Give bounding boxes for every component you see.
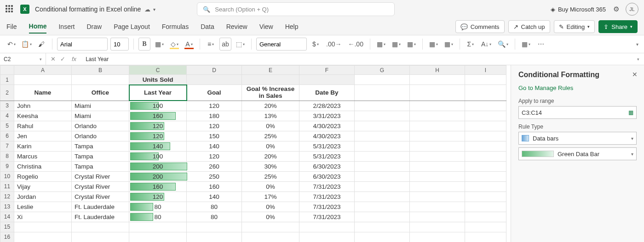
menu-tab-help[interactable]: Help (285, 20, 299, 33)
buy-m365-button[interactable]: ◈ Buy Microsoft 365 (551, 6, 606, 13)
manage-rules-link[interactable]: Go to Manage Rules (518, 84, 637, 91)
borders-button[interactable]: ▦▾ (153, 38, 166, 51)
menu-tab-data[interactable]: Data (201, 20, 214, 33)
addins-button[interactable]: ▦▾ (520, 38, 532, 51)
name-box[interactable]: C2▾ (0, 53, 46, 65)
col-header-G[interactable]: G (355, 66, 410, 75)
saved-cloud-icon: ☁ (144, 6, 150, 13)
rule-type-select[interactable]: Data bars ▾ (518, 132, 637, 145)
share-button[interactable]: ⇪Share▾ (598, 20, 638, 33)
menu-tab-file[interactable]: File (6, 20, 17, 33)
menu-tab-insert[interactable]: Insert (58, 20, 75, 33)
table-row[interactable]: 12JordanCrystal River12014017%7/31/2023 (0, 191, 506, 202)
table-row[interactable]: 13LeslieFt. Lauderdale80800%7/31/2023 (0, 202, 506, 212)
table-row[interactable]: 10RogelioCrystal River20025025%6/30/2023 (0, 171, 506, 181)
menu-tab-formulas[interactable]: Formulas (162, 20, 189, 33)
col-header-E[interactable]: E (242, 66, 299, 75)
apply-range-label: Apply to range (518, 98, 637, 104)
row-header[interactable]: 1 (0, 75, 14, 85)
menu-tab-draw[interactable]: Draw (86, 20, 102, 33)
pane-title: Conditional Formatting (518, 71, 637, 79)
excel-logo-icon: X (20, 5, 29, 14)
accept-formula-icon[interactable]: ✓ (60, 56, 65, 62)
databar-icon (522, 135, 529, 141)
col-header-H[interactable]: H (410, 66, 465, 75)
active-cell[interactable]: Last Year (129, 85, 187, 101)
number-format-select[interactable] (256, 38, 307, 51)
table-row[interactable]: 9ChristinaTampa20026030%6/30/2023 (0, 161, 506, 171)
document-title[interactable]: Conditional formatting in Excel online (35, 6, 141, 13)
col-header-I[interactable]: I (465, 66, 506, 75)
table-row[interactable]: 6JenOrlando12015025%4/30/2023 (0, 131, 506, 141)
font-color-button[interactable]: A▾ (183, 38, 195, 51)
currency-button[interactable]: $▾ (310, 38, 322, 51)
search-placeholder: Search (Option + Q) (215, 6, 269, 13)
table-style-button[interactable]: ▦▾ (390, 38, 402, 51)
user-avatar[interactable]: JL (626, 3, 638, 16)
table-row[interactable]: 11VijayCrystal River1601600%7/31/2023 (0, 181, 506, 191)
table-row[interactable]: 8MarcusTampa10012020%5/31/2023 (0, 151, 506, 161)
menu-tab-page-layout[interactable]: Page Layout (114, 20, 150, 33)
cell-style-button[interactable]: ▦▾ (405, 38, 418, 51)
app-launcher-icon[interactable] (6, 5, 14, 13)
col-header-B[interactable]: B (72, 66, 129, 75)
rule-type-label: Rule Type (518, 124, 637, 130)
font-size-select[interactable] (110, 38, 129, 51)
fx-icon[interactable]: fx (72, 56, 76, 62)
diamond-icon: ◈ (551, 6, 555, 13)
sort-filter-button[interactable]: A↓▾ (479, 38, 493, 51)
table-row[interactable]: 14XiFt. Lauderdale80800%7/31/2023 (0, 212, 506, 222)
find-button[interactable]: 🔍▾ (496, 38, 510, 51)
catchup-icon: ↗ (513, 23, 518, 30)
merge-button[interactable]: ⬚▾ (234, 38, 247, 51)
formula-bar-input[interactable]: Last Year (81, 56, 632, 62)
apply-range-input[interactable]: C3:C14 ▦ (518, 106, 637, 119)
editing-mode-button[interactable]: ✎Editing▾ (554, 20, 595, 33)
spreadsheet-grid[interactable]: ABCDEFGHI1Units Sold2NameOfficeLast Year… (0, 65, 506, 242)
cancel-formula-icon[interactable]: ✕ (51, 56, 56, 62)
col-header-C[interactable]: C (129, 66, 187, 75)
autosum-button[interactable]: Σ▾ (465, 38, 477, 51)
range-picker-icon[interactable]: ▦ (628, 109, 633, 116)
menu-tab-review[interactable]: Review (226, 20, 247, 33)
green-gradient-icon (522, 151, 554, 157)
rule-style-select[interactable]: Green Data Bar ▾ (518, 147, 637, 160)
menu-tab-home[interactable]: Home (29, 20, 47, 34)
catchup-button[interactable]: ↗Catch up (508, 20, 550, 33)
conditional-formatting-pane: ✕ Conditional Formatting Go to Manage Ru… (511, 65, 644, 242)
delete-cells-button[interactable]: ▦▾ (443, 38, 455, 51)
title-chevron-icon[interactable]: ▾ (153, 7, 155, 12)
share-icon: ⇪ (604, 23, 609, 30)
paste-button[interactable]: 📋▾ (19, 38, 34, 51)
table-row[interactable]: 4KeeshaMiami16018013%3/31/2023 (0, 111, 506, 121)
close-pane-icon[interactable]: ✕ (632, 71, 638, 78)
bold-button[interactable]: B (138, 38, 150, 51)
table-row[interactable]: 5RahulOrlando1201200%4/30/2023 (0, 121, 506, 131)
undo-button[interactable]: ↶▾ (6, 38, 17, 51)
search-icon: 🔍 (203, 6, 210, 13)
settings-icon[interactable]: ⚙ (613, 5, 619, 13)
col-header-A[interactable]: A (14, 66, 72, 75)
increase-decimal-button[interactable]: ←.00 (346, 38, 365, 51)
col-header-F[interactable]: F (299, 66, 355, 75)
fill-color-button[interactable]: ◇▾ (168, 38, 180, 51)
wrap-text-button[interactable]: ab (219, 38, 231, 51)
font-name-select[interactable] (57, 38, 108, 51)
comments-button[interactable]: 💬Comments (455, 20, 505, 33)
formula-expand-icon[interactable]: ▾ (632, 57, 644, 62)
pencil-icon: ✎ (559, 23, 564, 30)
table-row[interactable]: 3JohnMiami10012020%2/28/2023 (0, 101, 506, 111)
merged-title-cell[interactable]: Units Sold (129, 75, 187, 85)
table-row[interactable]: 7KarinTampa1401400%5/31/2023 (0, 141, 506, 151)
ribbon-collapse-icon[interactable]: ▾ (636, 42, 638, 47)
menu-tab-view[interactable]: View (259, 20, 273, 33)
search-input[interactable]: 🔍 Search (Option + Q) (197, 2, 395, 16)
conditional-format-button[interactable]: ▦▾ (375, 38, 387, 51)
align-button[interactable]: ≡▾ (205, 38, 217, 51)
col-header-D[interactable]: D (187, 66, 242, 75)
menu-bar: FileHomeInsertDrawPage LayoutFormulasDat… (0, 18, 644, 35)
format-painter-button[interactable]: 🖌 (35, 38, 47, 51)
more-button[interactable]: ⋯ (535, 38, 547, 51)
insert-cells-button[interactable]: ▦▾ (427, 38, 440, 51)
decrease-decimal-button[interactable]: .00→ (324, 38, 343, 51)
